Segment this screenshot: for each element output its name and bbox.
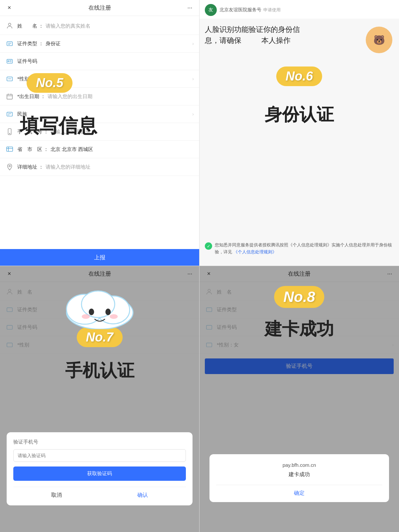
birthday-value: 请输入您的出生日期 — [48, 93, 194, 100]
form-row-idnum[interactable]: 证件号码 — [0, 53, 199, 70]
identity-label: 身份认证 — [265, 103, 334, 126]
cancel-button-bl[interactable]: 取消 — [51, 492, 62, 499]
phone-modal: 验证手机号 获取验证码 取消 确认 — [7, 432, 193, 505]
idtype-label: 证件类型 — [17, 41, 37, 47]
region-icon — [5, 145, 14, 154]
address-value: 请输入您的详细地址 — [46, 164, 194, 170]
get-code-button[interactable]: 获取验证码 — [13, 466, 186, 481]
quadrant-bottom-left: × 在线注册 ··· 姓 名 证件类型 证件号码 *性别 — [0, 266, 200, 532]
no6-badge: No.6 — [276, 66, 322, 86]
svg-point-5 — [8, 61, 9, 62]
person-icon — [5, 22, 14, 30]
birthday-label: *出生日期 — [17, 93, 39, 100]
svg-point-32 — [105, 309, 111, 315]
form-row-address[interactable]: 详细地址 ： 请输入您的详细地址 — [0, 158, 199, 176]
nation-icon — [5, 110, 14, 118]
arrow-icon: › — [192, 41, 194, 46]
svg-point-22 — [9, 165, 11, 167]
cloud-container — [62, 286, 138, 331]
svg-point-33 — [82, 314, 90, 319]
hospital-icon: 友 — [205, 4, 217, 16]
svg-point-18 — [9, 133, 10, 134]
phoneauth-label: 手机认证 — [65, 359, 134, 382]
ok-button-br[interactable]: 确定 — [294, 490, 305, 496]
consent-check-icon[interactable]: ✓ — [205, 242, 212, 250]
consent-link[interactable]: 《个人信息处理规则》 — [233, 249, 277, 254]
modal-title-bl: 验证手机号 — [13, 439, 186, 445]
consent-text: 您知悉并同意服务提供者授权腾讯按照《个人信息处理规则》实施个人信息处理并用于身份… — [215, 242, 394, 256]
hospital-header: 友 北京友谊医院服务号 申请使用 — [200, 0, 399, 19]
quadrant-top-right: 友 北京友谊医院服务号 申请使用 🐻 人脸识别功能验证你的身份信息，请确保本人操… — [200, 0, 399, 266]
name-value: 请输入您的真实姓名 — [46, 23, 194, 29]
svg-rect-19 — [7, 147, 13, 152]
birthday-icon — [5, 92, 14, 101]
phone-icon — [5, 127, 14, 136]
close-icon-tl[interactable]: × — [5, 4, 13, 11]
no8-badge: No.8 — [274, 286, 324, 308]
address-icon — [5, 163, 14, 171]
modal-actions: 取消 确认 — [13, 487, 186, 499]
more-icon-tl[interactable]: ··· — [186, 4, 194, 11]
quadrant-top-left: × 在线注册 ··· 姓 名 ： 请输入您的真实姓名 证件类型 ： 身份证 › — [0, 0, 200, 266]
submit-button-tl[interactable]: 上报 — [0, 249, 199, 266]
verify-code-input[interactable] — [13, 449, 186, 462]
svg-rect-10 — [7, 94, 13, 99]
form-row-region[interactable]: 省 市 区 ： 北京 北京市 西城区 — [0, 141, 199, 158]
modal-text-br: 建卡成功 — [216, 471, 382, 478]
gender-arrow: › — [192, 76, 194, 81]
form-row-idtype[interactable]: 证件类型 ： 身份证 › — [0, 35, 199, 53]
modal-divider-br: 确定 — [216, 485, 382, 497]
address-label: 详细地址 — [17, 164, 37, 170]
svg-point-34 — [110, 314, 118, 319]
nation-arrow: › — [192, 111, 194, 117]
form-tl: 姓 名 ： 请输入您的真实姓名 证件类型 ： 身份证 › 证件号码 *性别 — [0, 16, 199, 177]
success-label: 建卡成功 — [265, 318, 334, 341]
region-value: 北京 北京市 西城区 — [51, 146, 194, 153]
hospital-name: 北京友谊医院服务号 — [219, 7, 261, 13]
avatar: 🐻 — [366, 27, 392, 53]
region-label: 省 市 区 — [17, 146, 42, 153]
quadrant-bottom-right: × 在线注册 ··· 姓 名 证件类型 证件号码 *性别：女 — [200, 266, 399, 532]
svg-rect-1 — [7, 42, 13, 46]
svg-point-31 — [89, 309, 94, 315]
fillinfo-label: 填写信息 — [20, 113, 97, 139]
idtype-value: 身份证 — [46, 41, 191, 47]
name-label: 姓 名 — [17, 23, 37, 29]
form-row-name[interactable]: 姓 名 ： 请输入您的真实姓名 — [0, 17, 199, 35]
apply-text: 申请使用 — [263, 7, 281, 13]
no5-badge: No.5 — [27, 73, 72, 93]
page-title-tl: 在线注册 — [13, 4, 186, 12]
svg-point-0 — [8, 23, 11, 26]
svg-rect-14 — [7, 112, 13, 116]
confirm-button-bl[interactable]: 确认 — [137, 492, 148, 499]
idtype-icon — [5, 39, 14, 48]
consent-section: ✓ 您知悉并同意服务提供者授权腾讯按照《个人信息处理规则》实施个人信息处理并用于… — [205, 242, 394, 256]
success-modal: pay.bfh.com.cn 建卡成功 确定 — [209, 454, 389, 502]
idnum-icon — [5, 57, 14, 66]
modal-domain-br: pay.bfh.com.cn — [216, 462, 382, 468]
topbar-tl: × 在线注册 ··· — [0, 0, 199, 16]
idnum-label: 证件号码 — [17, 58, 37, 65]
gender-icon — [5, 74, 14, 83]
